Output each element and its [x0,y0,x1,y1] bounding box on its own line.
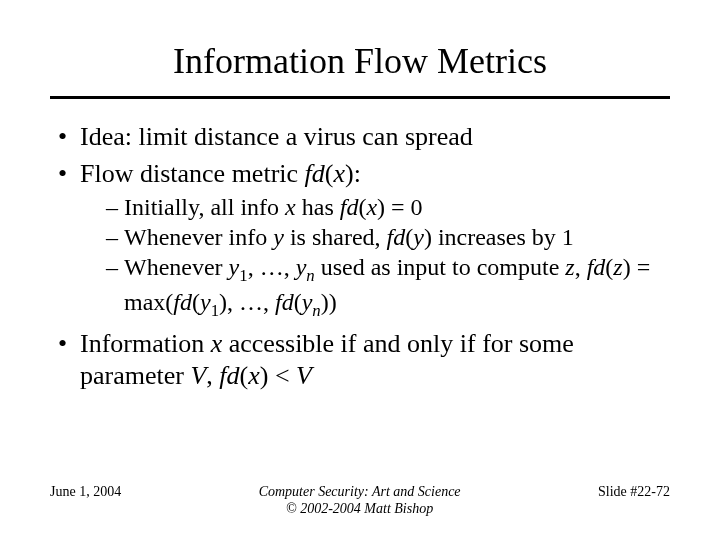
var-x: x [366,194,377,220]
paren-close: ): [345,159,361,188]
bullet-list: Idea: limit distance a virus can spread … [50,121,670,393]
fd-symbol: fd [587,254,606,280]
var-y: y [296,254,307,280]
title-rule [50,96,670,99]
text: ), …, [219,289,275,315]
fd-symbol: fd [340,194,359,220]
footer-center: Computer Security: Art and Science © 200… [259,484,461,518]
text: , [575,254,587,280]
text: ) increases by 1 [424,224,574,250]
bullet-2: Flow distance metric fd(x): Initially, a… [58,158,670,322]
text: Information [80,329,211,358]
text: used as input to compute [315,254,566,280]
var-v: V [296,361,312,390]
footer-date: June 1, 2004 [50,484,121,500]
text: ) < [260,361,296,390]
paren: ( [240,361,249,390]
sub-3: Whenever y1, …, yn used as input to comp… [106,252,670,322]
text: ) = 0 [377,194,423,220]
paren: ( [294,289,302,315]
fd-symbol: fd [387,224,406,250]
text: has [296,194,340,220]
var-y: y [273,224,284,250]
var-x: x [333,159,345,188]
subscript: n [312,301,320,320]
fd-symbol: fd [173,289,192,315]
bullet-3: Information x accessible if and only if … [58,328,670,393]
var-v: V [190,361,206,390]
sub-1: Initially, all info x has fd(x) = 0 [106,192,670,222]
text: )) [321,289,337,315]
var-y: y [413,224,424,250]
text: Whenever [124,254,229,280]
text: , …, [248,254,296,280]
var-x: x [248,361,260,390]
text: is shared, [284,224,387,250]
sub-2: Whenever info y is shared, fd(y) increas… [106,222,670,252]
fd-symbol: fd [275,289,294,315]
subscript: 1 [239,266,247,285]
paren: ( [192,289,200,315]
fd-symbol: fd [305,159,325,188]
var-y: y [229,254,240,280]
footer: June 1, 2004 Computer Security: Art and … [50,484,670,518]
subscript: 1 [211,301,219,320]
var-z: z [613,254,622,280]
var-y: y [200,289,211,315]
footer-title: Computer Security: Art and Science [259,484,461,501]
text: , [206,361,219,390]
text: Initially, all info [124,194,285,220]
var-x: x [285,194,296,220]
var-x: x [211,329,223,358]
var-y: y [302,289,313,315]
slide-title: Information Flow Metrics [50,40,670,82]
var-z: z [565,254,574,280]
footer-copyright: © 2002-2004 Matt Bishop [259,501,461,518]
bullet-1: Idea: limit distance a virus can spread [58,121,670,154]
sub-list: Initially, all info x has fd(x) = 0 When… [80,192,670,322]
subscript: n [306,266,314,285]
footer-slide-number: Slide #22-72 [598,484,670,500]
bullet-2-text: Flow distance metric [80,159,305,188]
text: Whenever info [124,224,273,250]
fd-symbol: fd [219,361,239,390]
